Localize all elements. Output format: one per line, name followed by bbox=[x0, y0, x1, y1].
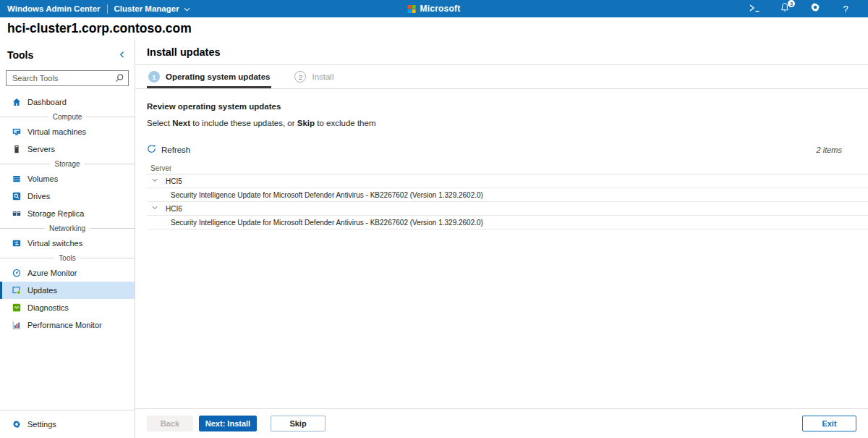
instruction-part: Next bbox=[172, 119, 190, 127]
step-label: Operating system updates bbox=[166, 72, 270, 81]
sidebar-item-dashboard[interactable]: Dashboard bbox=[0, 93, 135, 111]
sidebar-item-label: Virtual switches bbox=[27, 239, 82, 248]
instruction-part: Skip bbox=[297, 119, 315, 127]
nav-section-tools: Tools bbox=[0, 252, 135, 264]
azure-monitor-icon bbox=[12, 269, 21, 277]
sidebar-item-azure-monitor[interactable]: Azure Monitor bbox=[0, 264, 135, 282]
sidebar-item-virtual-switches[interactable]: Virtual switches bbox=[0, 235, 135, 252]
update-title: Security Intelligence Update for Microso… bbox=[171, 191, 483, 199]
nav-section-label: Storage bbox=[54, 160, 80, 168]
nav-section-storage: Storage bbox=[0, 158, 135, 170]
help-icon: ? bbox=[843, 4, 848, 14]
main-panel: Install updates 1Operating system update… bbox=[135, 40, 868, 438]
sidebar-nav: DashboardComputeVirtual machinesServersS… bbox=[0, 90, 135, 410]
sidebar-item-label: Volumes bbox=[27, 174, 58, 183]
sidebar-item-label: Storage Replica bbox=[27, 209, 84, 218]
sidebar-item-virtual-machines[interactable]: Virtual machines bbox=[0, 123, 135, 140]
page-title: hci-cluster1.corp.contoso.com bbox=[7, 21, 192, 36]
powershell-console-button[interactable] bbox=[748, 2, 761, 15]
gear-icon bbox=[12, 420, 21, 429]
performance-monitor-icon bbox=[12, 321, 21, 329]
skip-button[interactable]: Skip bbox=[271, 416, 326, 431]
chevron-down-icon[interactable] bbox=[151, 177, 158, 185]
refresh-label: Refresh bbox=[161, 146, 190, 154]
updates-icon bbox=[12, 286, 21, 295]
exit-button[interactable]: Exit bbox=[802, 416, 856, 431]
sidebar-item-storage-replica[interactable]: Storage Replica bbox=[0, 205, 135, 222]
gear-icon bbox=[810, 2, 820, 15]
server-icon bbox=[12, 145, 21, 153]
sidebar-item-label: Drives bbox=[27, 192, 50, 201]
instruction-text: Select Next to include these updates, or… bbox=[147, 119, 868, 127]
search-input[interactable] bbox=[6, 70, 129, 86]
section-title: Review operating system updates bbox=[147, 102, 868, 111]
sidebar-title: Tools bbox=[7, 49, 33, 61]
solution-switcher[interactable]: Cluster Manager bbox=[114, 4, 190, 13]
nav-section-label: Networking bbox=[49, 224, 85, 232]
sidebar-item-label: Virtual machines bbox=[27, 127, 86, 136]
notification-badge: 3 bbox=[788, 0, 795, 7]
sidebar-item-settings[interactable]: Settings bbox=[0, 416, 135, 433]
server-group-row-hci6[interactable]: HCI6 bbox=[147, 202, 868, 216]
sidebar-item-diagnostics[interactable]: Diagnostics bbox=[0, 299, 135, 316]
brand-label: Microsoft bbox=[420, 4, 461, 14]
sidebar-item-performance-monitor[interactable]: Performance Monitor bbox=[0, 316, 135, 334]
settings-button[interactable] bbox=[809, 2, 822, 15]
drives-icon bbox=[12, 192, 21, 201]
storage-replica-icon bbox=[12, 209, 21, 218]
terminal-icon bbox=[749, 2, 760, 15]
step-label: Install bbox=[312, 72, 333, 81]
updates-table: Server HCI5Security Intelligence Update … bbox=[147, 162, 868, 229]
sidebar-item-label: Settings bbox=[27, 420, 56, 429]
sidebar-item-label: Servers bbox=[27, 145, 55, 153]
server-group-row-hci5[interactable]: HCI5 bbox=[147, 174, 868, 188]
topbar-separator bbox=[107, 4, 108, 14]
sidebar-item-label: Performance Monitor bbox=[27, 321, 102, 329]
nav-section-networking: Networking bbox=[0, 222, 135, 235]
table-header-server[interactable]: Server bbox=[147, 162, 868, 174]
back-button[interactable]: Back bbox=[147, 416, 193, 431]
refresh-icon bbox=[147, 143, 156, 156]
nav-section-compute: Compute bbox=[0, 111, 135, 123]
instruction-part: to exclude them bbox=[315, 119, 375, 127]
sidebar-item-updates[interactable]: Updates bbox=[0, 282, 135, 299]
sidebar-item-volumes[interactable]: Volumes bbox=[0, 170, 135, 188]
items-count: 2 items bbox=[817, 146, 842, 154]
virtual-machine-icon bbox=[12, 127, 21, 136]
sidebar-item-label: Azure Monitor bbox=[27, 269, 77, 277]
nav-section-label: Tools bbox=[59, 254, 75, 262]
solution-title: Cluster Manager bbox=[114, 4, 179, 13]
server-name: HCI6 bbox=[166, 205, 182, 213]
sidebar-item-label: Updates bbox=[27, 286, 57, 295]
home-icon bbox=[12, 98, 21, 106]
nav-section-label: Compute bbox=[53, 113, 82, 121]
next-install-button[interactable]: Next: Install bbox=[199, 416, 257, 431]
search-icon[interactable] bbox=[114, 73, 124, 86]
table-rows: HCI5Security Intelligence Update for Mic… bbox=[147, 174, 868, 229]
refresh-button[interactable]: Refresh bbox=[147, 143, 190, 156]
wizard-footer: Back Next: Install Skip Exit bbox=[135, 408, 868, 438]
sidebar-item-drives[interactable]: Drives bbox=[0, 188, 135, 205]
update-row: Security Intelligence Update for Microso… bbox=[147, 188, 868, 202]
sidebar-item-label: Diagnostics bbox=[27, 303, 69, 312]
wizard-step-install[interactable]: 2Install bbox=[293, 65, 335, 88]
sidebar-item-servers[interactable]: Servers bbox=[0, 140, 135, 158]
sidebar-item-label: Dashboard bbox=[27, 98, 67, 106]
sidebar-collapse-button[interactable] bbox=[119, 49, 126, 62]
volumes-icon bbox=[12, 174, 21, 183]
instruction-part: to include these updates, or bbox=[190, 119, 297, 127]
help-button[interactable]: ? bbox=[839, 2, 852, 15]
wizard-steps: 1Operating system updates2Install bbox=[135, 65, 868, 89]
diagnostics-icon bbox=[12, 303, 21, 312]
wizard-step-operating-system-updates[interactable]: 1Operating system updates bbox=[147, 65, 271, 88]
sidebar: Tools DashboardComputeVirtual machinesSe… bbox=[0, 40, 135, 438]
notifications-button[interactable]: 3 bbox=[778, 2, 791, 15]
microsoft-logo-icon bbox=[408, 5, 416, 13]
page-title-bar: hci-cluster1.corp.contoso.com bbox=[0, 17, 868, 40]
virtual-switch-icon bbox=[12, 239, 21, 248]
chevron-left-icon bbox=[119, 49, 126, 62]
step-number: 1 bbox=[148, 71, 160, 83]
app-title[interactable]: Windows Admin Center bbox=[7, 4, 101, 13]
chevron-down-icon[interactable] bbox=[151, 204, 158, 213]
chevron-down-icon bbox=[184, 4, 190, 13]
